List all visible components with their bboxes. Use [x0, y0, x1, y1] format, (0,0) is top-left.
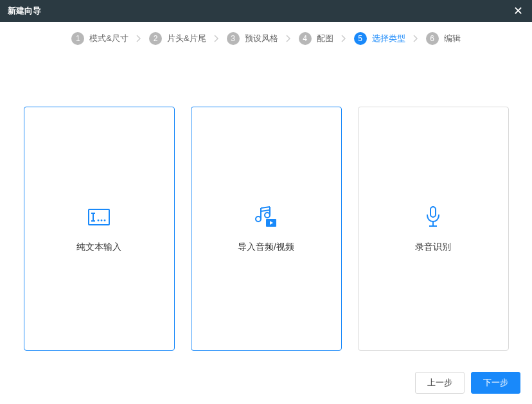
- card-label: 导入音频/视频: [238, 242, 294, 253]
- text-input-icon: [86, 204, 112, 230]
- step-num: 2: [149, 32, 162, 45]
- step-num: 6: [426, 32, 439, 45]
- chevron-right-icon: [286, 35, 291, 42]
- step-num: 3: [227, 32, 240, 45]
- step-num: 1: [71, 32, 84, 45]
- footer-buttons: 上一步 下一步: [415, 372, 520, 394]
- step-3[interactable]: 3 预设风格: [227, 32, 278, 45]
- step-5[interactable]: 5 选择类型: [354, 32, 405, 45]
- titlebar: 新建向导 ✕: [0, 0, 532, 22]
- card-label: 录音识别: [415, 242, 451, 253]
- step-6[interactable]: 6 编辑: [426, 32, 461, 45]
- card-import-media[interactable]: 导入音频/视频: [191, 107, 342, 351]
- svg-point-8: [265, 213, 270, 218]
- card-container: 纯文本输入 导入音频/视频 录音识别: [0, 55, 532, 364]
- svg-rect-10: [430, 207, 436, 217]
- step-num: 5: [354, 32, 367, 45]
- step-1[interactable]: 1 模式&尺寸: [71, 32, 129, 45]
- svg-point-7: [256, 216, 261, 222]
- prev-button[interactable]: 上一步: [415, 372, 465, 394]
- step-2[interactable]: 2 片头&片尾: [149, 32, 206, 45]
- chevron-right-icon: [341, 35, 346, 42]
- chevron-right-icon: [413, 35, 418, 42]
- step-label: 片头&片尾: [167, 33, 206, 44]
- step-label: 选择类型: [372, 33, 405, 44]
- window-title: 新建向导: [8, 5, 41, 17]
- stepper: 1 模式&尺寸 2 片头&片尾 3 预设风格 4 配图 5 选择类型 6 编辑: [0, 22, 532, 55]
- microphone-icon: [420, 204, 446, 230]
- svg-point-6: [104, 220, 106, 222]
- step-label: 配图: [317, 33, 333, 44]
- close-icon[interactable]: ✕: [511, 4, 524, 18]
- card-record[interactable]: 录音识别: [358, 107, 509, 351]
- chevron-right-icon: [136, 35, 141, 42]
- step-4[interactable]: 4 配图: [299, 32, 333, 45]
- chevron-right-icon: [214, 35, 219, 42]
- step-num: 4: [299, 32, 312, 45]
- next-button[interactable]: 下一步: [471, 372, 520, 394]
- card-text-input[interactable]: 纯文本输入: [24, 107, 175, 351]
- music-video-icon: [253, 204, 279, 230]
- step-label: 模式&尺寸: [89, 33, 129, 44]
- svg-point-4: [98, 220, 100, 222]
- card-label: 纯文本输入: [76, 242, 121, 253]
- step-label: 编辑: [444, 33, 461, 44]
- svg-rect-0: [89, 209, 109, 225]
- step-label: 预设风格: [245, 33, 278, 44]
- svg-point-5: [101, 220, 103, 222]
